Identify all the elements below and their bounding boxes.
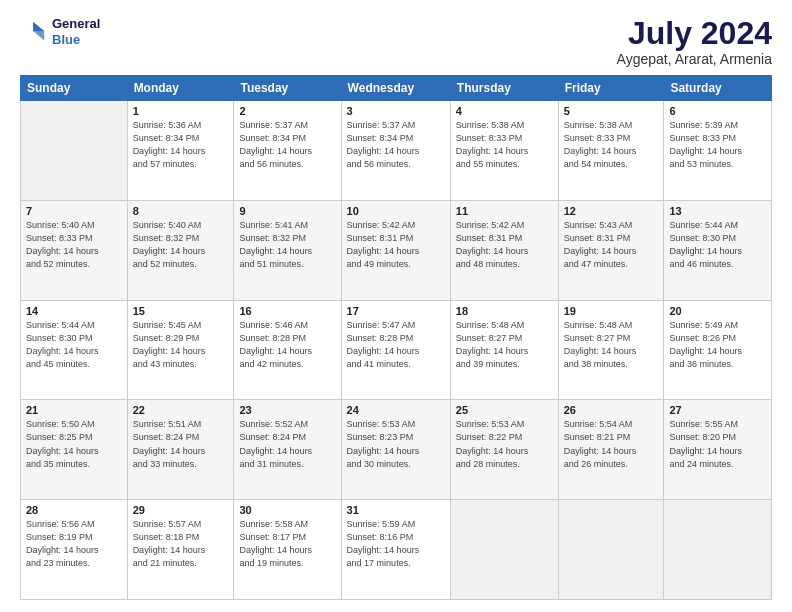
day-info: Sunrise: 5:47 AM Sunset: 8:28 PM Dayligh… — [347, 319, 445, 371]
calendar-cell: 26Sunrise: 5:54 AM Sunset: 8:21 PM Dayli… — [558, 400, 664, 500]
day-number: 6 — [669, 105, 766, 117]
day-info: Sunrise: 5:40 AM Sunset: 8:33 PM Dayligh… — [26, 219, 122, 271]
calendar-day-header: Monday — [127, 76, 234, 101]
day-info: Sunrise: 5:41 AM Sunset: 8:32 PM Dayligh… — [239, 219, 335, 271]
day-number: 22 — [133, 404, 229, 416]
calendar-day-header: Thursday — [450, 76, 558, 101]
day-number: 13 — [669, 205, 766, 217]
calendar-cell: 19Sunrise: 5:48 AM Sunset: 8:27 PM Dayli… — [558, 300, 664, 400]
calendar-day-header: Wednesday — [341, 76, 450, 101]
calendar-cell: 3Sunrise: 5:37 AM Sunset: 8:34 PM Daylig… — [341, 101, 450, 201]
calendar-cell: 1Sunrise: 5:36 AM Sunset: 8:34 PM Daylig… — [127, 101, 234, 201]
calendar-cell: 24Sunrise: 5:53 AM Sunset: 8:23 PM Dayli… — [341, 400, 450, 500]
logo-line2: Blue — [52, 32, 100, 48]
day-number: 11 — [456, 205, 553, 217]
day-number: 20 — [669, 305, 766, 317]
calendar-cell: 7Sunrise: 5:40 AM Sunset: 8:33 PM Daylig… — [21, 200, 128, 300]
svg-marker-1 — [33, 31, 44, 40]
day-number: 1 — [133, 105, 229, 117]
day-info: Sunrise: 5:52 AM Sunset: 8:24 PM Dayligh… — [239, 418, 335, 470]
calendar-cell — [664, 500, 772, 600]
day-info: Sunrise: 5:59 AM Sunset: 8:16 PM Dayligh… — [347, 518, 445, 570]
day-info: Sunrise: 5:38 AM Sunset: 8:33 PM Dayligh… — [456, 119, 553, 171]
calendar-cell — [21, 101, 128, 201]
day-number: 28 — [26, 504, 122, 516]
calendar-cell: 25Sunrise: 5:53 AM Sunset: 8:22 PM Dayli… — [450, 400, 558, 500]
day-info: Sunrise: 5:45 AM Sunset: 8:29 PM Dayligh… — [133, 319, 229, 371]
svg-marker-0 — [33, 21, 44, 30]
day-info: Sunrise: 5:43 AM Sunset: 8:31 PM Dayligh… — [564, 219, 659, 271]
day-info: Sunrise: 5:40 AM Sunset: 8:32 PM Dayligh… — [133, 219, 229, 271]
calendar-cell: 21Sunrise: 5:50 AM Sunset: 8:25 PM Dayli… — [21, 400, 128, 500]
logo-icon — [20, 18, 48, 46]
calendar-week-row: 28Sunrise: 5:56 AM Sunset: 8:19 PM Dayli… — [21, 500, 772, 600]
calendar-week-row: 1Sunrise: 5:36 AM Sunset: 8:34 PM Daylig… — [21, 101, 772, 201]
calendar-cell: 10Sunrise: 5:42 AM Sunset: 8:31 PM Dayli… — [341, 200, 450, 300]
calendar-cell: 23Sunrise: 5:52 AM Sunset: 8:24 PM Dayli… — [234, 400, 341, 500]
title-block: July 2024 Aygepat, Ararat, Armenia — [617, 16, 772, 67]
day-number: 3 — [347, 105, 445, 117]
day-info: Sunrise: 5:56 AM Sunset: 8:19 PM Dayligh… — [26, 518, 122, 570]
calendar-cell: 31Sunrise: 5:59 AM Sunset: 8:16 PM Dayli… — [341, 500, 450, 600]
calendar-cell: 9Sunrise: 5:41 AM Sunset: 8:32 PM Daylig… — [234, 200, 341, 300]
day-number: 16 — [239, 305, 335, 317]
subtitle: Aygepat, Ararat, Armenia — [617, 51, 772, 67]
calendar-header-row: SundayMondayTuesdayWednesdayThursdayFrid… — [21, 76, 772, 101]
day-info: Sunrise: 5:42 AM Sunset: 8:31 PM Dayligh… — [347, 219, 445, 271]
calendar-cell: 16Sunrise: 5:46 AM Sunset: 8:28 PM Dayli… — [234, 300, 341, 400]
calendar-cell: 14Sunrise: 5:44 AM Sunset: 8:30 PM Dayli… — [21, 300, 128, 400]
day-info: Sunrise: 5:48 AM Sunset: 8:27 PM Dayligh… — [564, 319, 659, 371]
calendar-cell: 28Sunrise: 5:56 AM Sunset: 8:19 PM Dayli… — [21, 500, 128, 600]
day-info: Sunrise: 5:53 AM Sunset: 8:23 PM Dayligh… — [347, 418, 445, 470]
calendar-cell: 17Sunrise: 5:47 AM Sunset: 8:28 PM Dayli… — [341, 300, 450, 400]
calendar-cell: 8Sunrise: 5:40 AM Sunset: 8:32 PM Daylig… — [127, 200, 234, 300]
calendar-cell: 5Sunrise: 5:38 AM Sunset: 8:33 PM Daylig… — [558, 101, 664, 201]
day-info: Sunrise: 5:48 AM Sunset: 8:27 PM Dayligh… — [456, 319, 553, 371]
day-number: 23 — [239, 404, 335, 416]
day-info: Sunrise: 5:37 AM Sunset: 8:34 PM Dayligh… — [347, 119, 445, 171]
day-number: 10 — [347, 205, 445, 217]
day-number: 27 — [669, 404, 766, 416]
day-number: 29 — [133, 504, 229, 516]
calendar-table: SundayMondayTuesdayWednesdayThursdayFrid… — [20, 75, 772, 600]
calendar-cell: 2Sunrise: 5:37 AM Sunset: 8:34 PM Daylig… — [234, 101, 341, 201]
day-number: 15 — [133, 305, 229, 317]
day-number: 30 — [239, 504, 335, 516]
day-number: 19 — [564, 305, 659, 317]
day-info: Sunrise: 5:46 AM Sunset: 8:28 PM Dayligh… — [239, 319, 335, 371]
calendar-day-header: Tuesday — [234, 76, 341, 101]
calendar-week-row: 7Sunrise: 5:40 AM Sunset: 8:33 PM Daylig… — [21, 200, 772, 300]
calendar-cell: 18Sunrise: 5:48 AM Sunset: 8:27 PM Dayli… — [450, 300, 558, 400]
calendar-cell: 4Sunrise: 5:38 AM Sunset: 8:33 PM Daylig… — [450, 101, 558, 201]
day-info: Sunrise: 5:57 AM Sunset: 8:18 PM Dayligh… — [133, 518, 229, 570]
calendar-cell: 29Sunrise: 5:57 AM Sunset: 8:18 PM Dayli… — [127, 500, 234, 600]
logo-line1: General — [52, 16, 100, 32]
day-number: 5 — [564, 105, 659, 117]
logo-text: General Blue — [52, 16, 100, 47]
calendar-day-header: Saturday — [664, 76, 772, 101]
calendar-cell: 27Sunrise: 5:55 AM Sunset: 8:20 PM Dayli… — [664, 400, 772, 500]
day-info: Sunrise: 5:54 AM Sunset: 8:21 PM Dayligh… — [564, 418, 659, 470]
header: General Blue July 2024 Aygepat, Ararat, … — [20, 16, 772, 67]
day-info: Sunrise: 5:37 AM Sunset: 8:34 PM Dayligh… — [239, 119, 335, 171]
calendar-cell: 11Sunrise: 5:42 AM Sunset: 8:31 PM Dayli… — [450, 200, 558, 300]
calendar-week-row: 21Sunrise: 5:50 AM Sunset: 8:25 PM Dayli… — [21, 400, 772, 500]
day-info: Sunrise: 5:44 AM Sunset: 8:30 PM Dayligh… — [669, 219, 766, 271]
calendar-cell — [558, 500, 664, 600]
day-number: 18 — [456, 305, 553, 317]
day-number: 25 — [456, 404, 553, 416]
day-number: 4 — [456, 105, 553, 117]
calendar-cell: 15Sunrise: 5:45 AM Sunset: 8:29 PM Dayli… — [127, 300, 234, 400]
day-info: Sunrise: 5:51 AM Sunset: 8:24 PM Dayligh… — [133, 418, 229, 470]
day-info: Sunrise: 5:50 AM Sunset: 8:25 PM Dayligh… — [26, 418, 122, 470]
calendar-cell: 6Sunrise: 5:39 AM Sunset: 8:33 PM Daylig… — [664, 101, 772, 201]
day-info: Sunrise: 5:44 AM Sunset: 8:30 PM Dayligh… — [26, 319, 122, 371]
calendar-week-row: 14Sunrise: 5:44 AM Sunset: 8:30 PM Dayli… — [21, 300, 772, 400]
day-number: 14 — [26, 305, 122, 317]
day-number: 9 — [239, 205, 335, 217]
day-number: 24 — [347, 404, 445, 416]
day-info: Sunrise: 5:36 AM Sunset: 8:34 PM Dayligh… — [133, 119, 229, 171]
day-number: 12 — [564, 205, 659, 217]
day-number: 17 — [347, 305, 445, 317]
day-info: Sunrise: 5:39 AM Sunset: 8:33 PM Dayligh… — [669, 119, 766, 171]
